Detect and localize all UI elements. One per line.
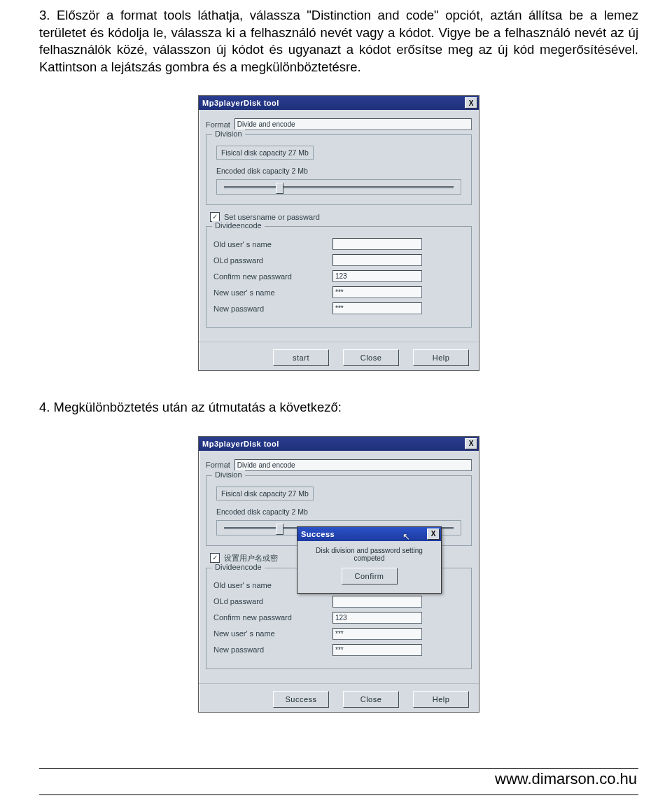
- paragraph-3: 3. Először a format tools láthatja, vála…: [39, 7, 638, 76]
- set-user-label: Set usersname or passward: [224, 213, 320, 221]
- physical-capacity: Fisical disk capacity 27 Mb: [216, 486, 314, 500]
- confirm-button[interactable]: Confirm: [342, 568, 398, 584]
- old-user-label: Old user' s name: [214, 240, 332, 248]
- new-user-label: New user' s name: [214, 288, 332, 297]
- format-label: Format: [206, 120, 230, 129]
- format-label: Format: [206, 461, 230, 469]
- division-label: Division: [212, 470, 245, 479]
- new-user-field[interactable]: ***: [332, 286, 422, 298]
- physical-capacity: Fisical disk capacity 27 Mb: [216, 146, 314, 160]
- encoded-capacity: Encoded disk capacity 2 Mb: [216, 507, 461, 516]
- screenshot-1: Mp3playerDisk tool X Format Divide and e…: [39, 95, 638, 371]
- new-password-field[interactable]: ***: [332, 302, 422, 314]
- confirm-password-field[interactable]: 123: [332, 270, 422, 282]
- modal-title: Success: [299, 530, 427, 538]
- set-user-label: 设置用户名或密: [224, 553, 278, 564]
- old-password-label: OLd passward: [214, 256, 332, 265]
- divide-encode-label: Divideencode: [212, 221, 265, 230]
- capacity-slider[interactable]: [216, 179, 461, 195]
- title-bar: Mp3playerDisk tool X: [199, 437, 479, 451]
- screenshot-2: Mp3playerDisk tool X Format Divide and e…: [39, 436, 638, 713]
- dialog-window: Mp3playerDisk tool X Format Divide and e…: [198, 436, 479, 713]
- format-dropdown[interactable]: Divide and encode: [234, 459, 472, 471]
- divide-encode-label: Divideencode: [212, 563, 265, 571]
- old-password-label: OLd passward: [214, 597, 332, 606]
- divide-encode-group: Divideencode Old user' s name OLd passwa…: [206, 226, 472, 328]
- close-icon[interactable]: X: [465, 438, 477, 449]
- set-user-checkbox[interactable]: ✓: [210, 212, 220, 222]
- close-icon[interactable]: X: [465, 97, 477, 108]
- title-bar: Mp3playerDisk tool X: [199, 96, 479, 110]
- division-label: Division: [212, 130, 245, 138]
- footer-underline: [39, 794, 638, 795]
- page-footer: www.dimarson.co.hu: [39, 766, 638, 788]
- format-dropdown[interactable]: Divide and encode: [234, 118, 472, 130]
- paragraph-4: 4. Megkülönböztetés után az útmutatás a …: [39, 399, 638, 416]
- new-password-label: New passward: [214, 645, 332, 654]
- modal-message: Disk division and password setting compe…: [303, 547, 435, 562]
- confirm-password-field[interactable]: 123: [332, 612, 422, 624]
- window-title: Mp3playerDisk tool: [200, 99, 465, 107]
- division-group: Division Fisical disk capacity 27 Mb Enc…: [206, 134, 472, 205]
- success-button[interactable]: Success: [273, 691, 329, 708]
- help-button[interactable]: Help: [413, 349, 469, 366]
- new-password-label: New passward: [214, 304, 332, 313]
- old-user-field[interactable]: [332, 238, 422, 250]
- confirm-password-label: Confirm new passward: [214, 613, 332, 622]
- new-user-field[interactable]: ***: [332, 628, 422, 640]
- window-title: Mp3playerDisk tool: [200, 440, 465, 448]
- help-button[interactable]: Help: [413, 691, 469, 708]
- old-password-field[interactable]: [332, 596, 422, 608]
- start-button[interactable]: start: [273, 349, 329, 366]
- success-dialog: Success X Disk division and password set…: [297, 526, 442, 594]
- old-password-field[interactable]: [332, 254, 422, 266]
- close-button[interactable]: Close: [343, 691, 399, 708]
- encoded-capacity: Encoded disk capacity 2 Mb: [216, 167, 461, 175]
- close-icon[interactable]: X: [427, 528, 440, 540]
- new-password-field[interactable]: ***: [332, 644, 422, 656]
- footer-url: www.dimarson.co.hu: [39, 770, 638, 788]
- new-user-label: New user' s name: [214, 629, 332, 638]
- set-user-checkbox[interactable]: ✓: [210, 553, 220, 563]
- modal-title-bar: Success X: [298, 527, 441, 541]
- dialog-window: Mp3playerDisk tool X Format Divide and e…: [198, 95, 479, 371]
- confirm-password-label: Confirm new passward: [214, 272, 332, 281]
- close-button[interactable]: Close: [343, 349, 399, 366]
